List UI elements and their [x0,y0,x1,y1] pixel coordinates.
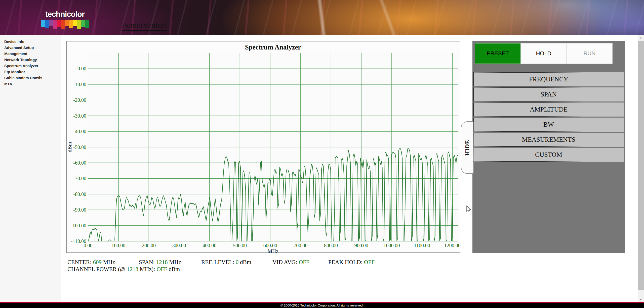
preset-button[interactable]: PRESET [475,43,521,64]
y-tick-label: -30.00 [73,113,86,119]
y-tick-label: -40.00 [73,129,86,134]
x-tick-label: 800.00 [324,243,338,248]
frequency-menu-button[interactable]: FREQUENCY [473,72,624,86]
scrollbar-down-icon[interactable]: ▼ [638,297,644,302]
x-tick-label: 500.00 [233,243,247,248]
logo-color-block [65,20,69,26]
status-field: CENTER: 609 MHz [67,259,139,266]
hide-panel-tab[interactable]: HIDE [461,121,473,174]
sidebar-item-cable-modem-docsis[interactable]: Cable Modem Docsis [4,75,61,81]
x-tick-label: 1100.00 [414,243,430,248]
x-axis-label: MHz [267,248,278,253]
logo-color-block [81,20,85,27]
status-field: SPAN: 1218 MHz [139,259,201,266]
x-tick-label: 100.00 [111,243,125,248]
technicolor-logo: technicolor [41,10,89,30]
footer-copyright: © 2000-2016 Technicolor Corporation. All… [0,303,644,308]
sidebar-item-spectrum-analyzer[interactable]: Spectrum Analyzer [4,63,61,69]
status-field: VID AVG: OFF [272,259,328,266]
logo-rainbow-bar [41,20,89,30]
scrollbar-up-icon[interactable]: ▲ [638,35,644,40]
x-tick-label: 300.00 [172,243,186,248]
y-tick-label: -110.00 [71,238,86,244]
logo-text: technicolor [41,10,89,19]
sidebar-item-ftp-monitor[interactable]: Ftp Monitor [4,69,61,75]
x-tick-label: 400.00 [203,243,216,248]
page: technicolor Administration Device InfoAd… [0,0,644,308]
custom-menu-button[interactable]: CUSTOM [473,148,624,162]
y-tick-label: 0.00 [77,66,86,71]
logo-color-block [73,20,77,26]
measurements-menu-button[interactable]: MEASUREMENTS [473,133,624,147]
logo-color-block [77,20,81,29]
logo-color-block [53,20,57,29]
sidebar-item-management[interactable]: Management [4,51,61,57]
y-tick-label: -60.00 [73,160,86,166]
x-tick-label: 1200.00 [444,243,461,248]
logo-color-block [69,20,73,28]
control-panel: PRESETHOLDRUN FREQUENCYSPANAMPLITUDEBWME… [472,41,625,253]
y-tick-label: -10.00 [73,82,86,87]
sidebar-menu: Device InfoAdvanced SetupManagementNetwo… [0,35,61,87]
status-line-2: CHANNEL POWER (@ 1218 MHz): OFF dBm [67,266,384,273]
sidebar-item-advanced-setup[interactable]: Advanced Setup [4,45,61,51]
logo-color-block [41,20,45,27]
spectrum-plot: 0.00100.00200.00300.00400.00500.00600.00… [67,41,461,253]
run-button[interactable]: RUN [567,43,612,64]
y-tick-label: -100.00 [71,223,86,228]
banner: technicolor Administration [0,0,644,35]
administration-link[interactable]: Administration [122,22,167,31]
sidebar: Device InfoAdvanced SetupManagementNetwo… [0,35,61,302]
amplitude-menu-button[interactable]: AMPLITUDE [473,102,624,117]
y-tick-label: -20.00 [73,97,86,103]
y-axis-label: dBm [67,142,73,152]
x-tick-label: 600.00 [263,243,277,248]
sidebar-item-device-info[interactable]: Device Info [4,39,61,45]
status-field: PEAK HOLD: OFF [328,259,384,266]
y-tick-label: -50.00 [73,144,86,150]
status-line-1: CENTER: 609 MHzSPAN: 1218 MHzREF. LEVEL:… [67,259,384,266]
sidebar-item-network-topology[interactable]: Network Topology [4,57,61,63]
x-tick-label: 900.00 [354,243,368,248]
logo-color-block [57,20,61,27]
bw-menu-button[interactable]: BW [473,118,624,132]
spectrum-chart-card: Spectrum Analyzer 0.00100.00200.00300.00… [66,41,460,253]
vertical-scrollbar[interactable]: ▲ ▼ [638,35,644,302]
status-readout: CENTER: 609 MHzSPAN: 1218 MHzREF. LEVEL:… [67,259,384,273]
logo-color-block [85,20,89,28]
x-tick-label: 200.00 [142,243,156,248]
logo-color-block [45,20,49,28]
span-menu-button[interactable]: SPAN [473,87,624,101]
y-tick-label: -70.00 [73,176,86,181]
y-tick-label: -80.00 [73,191,86,197]
status-field: REF. LEVEL: 0 dBm [201,259,272,266]
hide-tab-label: HIDE [464,140,471,156]
x-tick-label: 700.00 [294,243,307,248]
sidebar-item-mta[interactable]: MTA [4,81,61,87]
x-tick-label: 1000.00 [383,243,400,248]
panel-menu: FREQUENCYSPANAMPLITUDEBWMEASUREMENTSCUST… [473,72,624,163]
y-tick-label: -90.00 [73,207,86,213]
logo-color-block [61,20,65,29]
run-control-buttons: PRESETHOLDRUN [475,43,613,64]
mouse-cursor-icon [466,206,473,213]
scrollbar-thumb[interactable] [638,41,644,290]
logo-color-block [49,20,53,26]
hold-button[interactable]: HOLD [521,43,567,64]
